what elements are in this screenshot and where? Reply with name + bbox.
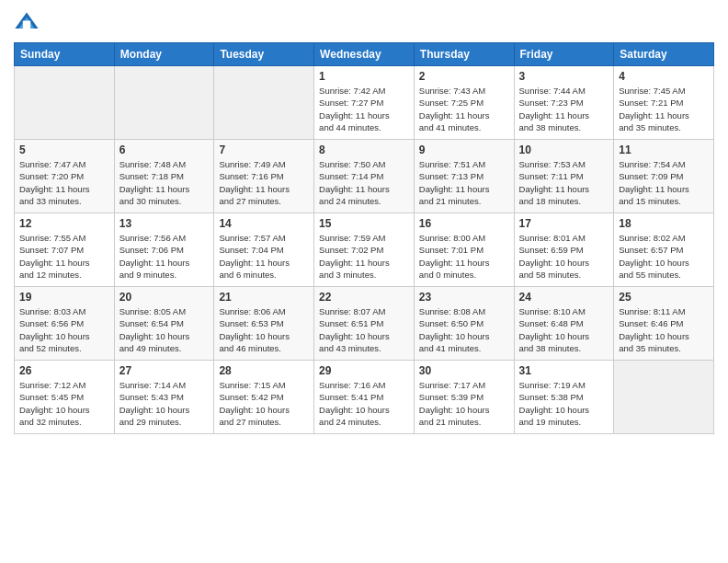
day-info: Sunrise: 7:14 AM Sunset: 5:43 PM Dayligh… (119, 379, 210, 428)
day-number: 4 (619, 70, 709, 83)
day-cell: 17Sunrise: 8:01 AM Sunset: 6:59 PM Dayli… (514, 213, 614, 287)
week-row-2: 5Sunrise: 7:47 AM Sunset: 7:20 PM Daylig… (15, 140, 714, 213)
day-info: Sunrise: 7:16 AM Sunset: 5:41 PM Dayligh… (319, 379, 409, 428)
day-info: Sunrise: 7:56 AM Sunset: 7:06 PM Dayligh… (119, 232, 210, 281)
week-row-5: 26Sunrise: 7:12 AM Sunset: 5:45 PM Dayli… (15, 361, 714, 434)
day-cell: 10Sunrise: 7:53 AM Sunset: 7:11 PM Dayli… (514, 140, 614, 213)
day-number: 12 (19, 217, 109, 230)
day-cell: 3Sunrise: 7:44 AM Sunset: 7:23 PM Daylig… (514, 66, 614, 140)
day-cell: 2Sunrise: 7:43 AM Sunset: 7:25 PM Daylig… (414, 66, 514, 140)
day-number: 11 (619, 144, 709, 156)
header-monday: Monday (114, 43, 214, 66)
header-sunday: Sunday (15, 43, 115, 66)
day-info: Sunrise: 8:06 AM Sunset: 6:53 PM Dayligh… (219, 305, 309, 354)
day-info: Sunrise: 7:43 AM Sunset: 7:25 PM Dayligh… (419, 85, 509, 133)
day-cell: 22Sunrise: 8:07 AM Sunset: 6:51 PM Dayli… (314, 287, 415, 361)
day-info: Sunrise: 8:02 AM Sunset: 6:57 PM Dayligh… (619, 232, 709, 281)
day-number: 8 (319, 144, 409, 156)
day-info: Sunrise: 7:51 AM Sunset: 7:13 PM Dayligh… (419, 158, 509, 207)
day-cell: 18Sunrise: 8:02 AM Sunset: 6:57 PM Dayli… (614, 213, 714, 287)
day-info: Sunrise: 7:53 AM Sunset: 7:11 PM Dayligh… (519, 158, 609, 207)
day-number: 25 (619, 291, 709, 304)
day-number: 6 (119, 144, 210, 156)
day-cell: 20Sunrise: 8:05 AM Sunset: 6:54 PM Dayli… (114, 287, 214, 361)
day-number: 28 (219, 364, 309, 377)
day-cell: 14Sunrise: 7:57 AM Sunset: 7:04 PM Dayli… (214, 213, 314, 287)
day-info: Sunrise: 7:54 AM Sunset: 7:09 PM Dayligh… (619, 158, 709, 207)
day-cell: 24Sunrise: 8:10 AM Sunset: 6:48 PM Dayli… (514, 287, 614, 361)
day-cell: 12Sunrise: 7:55 AM Sunset: 7:07 PM Dayli… (15, 213, 115, 287)
day-number: 31 (519, 364, 609, 377)
day-cell: 15Sunrise: 7:59 AM Sunset: 7:02 PM Dayli… (314, 213, 415, 287)
day-cell (614, 361, 714, 434)
day-number: 15 (319, 217, 409, 230)
day-cell: 29Sunrise: 7:16 AM Sunset: 5:41 PM Dayli… (314, 361, 415, 434)
day-info: Sunrise: 7:17 AM Sunset: 5:39 PM Dayligh… (419, 379, 509, 428)
day-number: 16 (419, 217, 509, 230)
day-info: Sunrise: 7:48 AM Sunset: 7:18 PM Dayligh… (119, 158, 210, 207)
day-number: 9 (419, 144, 509, 156)
day-cell: 5Sunrise: 7:47 AM Sunset: 7:20 PM Daylig… (15, 140, 115, 213)
header-tuesday: Tuesday (214, 43, 314, 66)
day-info: Sunrise: 8:08 AM Sunset: 6:50 PM Dayligh… (419, 305, 509, 354)
day-cell: 21Sunrise: 8:06 AM Sunset: 6:53 PM Dayli… (214, 287, 314, 361)
day-number: 21 (219, 291, 309, 304)
day-number: 5 (19, 144, 109, 156)
day-number: 27 (119, 364, 210, 377)
logo-icon (14, 9, 40, 35)
day-info: Sunrise: 7:12 AM Sunset: 5:45 PM Dayligh… (19, 379, 109, 428)
header (14, 9, 714, 35)
day-number: 18 (619, 217, 709, 230)
day-cell: 19Sunrise: 8:03 AM Sunset: 6:56 PM Dayli… (15, 287, 115, 361)
week-row-4: 19Sunrise: 8:03 AM Sunset: 6:56 PM Dayli… (15, 287, 714, 361)
day-cell: 11Sunrise: 7:54 AM Sunset: 7:09 PM Dayli… (614, 140, 714, 213)
day-number: 1 (319, 70, 409, 83)
day-cell: 6Sunrise: 7:48 AM Sunset: 7:18 PM Daylig… (114, 140, 214, 213)
weekday-header-row: Sunday Monday Tuesday Wednesday Thursday… (15, 43, 714, 66)
day-info: Sunrise: 7:15 AM Sunset: 5:42 PM Dayligh… (219, 379, 309, 428)
day-number: 22 (319, 291, 409, 304)
day-info: Sunrise: 8:00 AM Sunset: 7:01 PM Dayligh… (419, 232, 509, 281)
day-info: Sunrise: 8:10 AM Sunset: 6:48 PM Dayligh… (519, 305, 609, 354)
day-cell: 7Sunrise: 7:49 AM Sunset: 7:16 PM Daylig… (214, 140, 314, 213)
day-info: Sunrise: 7:42 AM Sunset: 7:27 PM Dayligh… (319, 85, 409, 133)
day-info: Sunrise: 8:03 AM Sunset: 6:56 PM Dayligh… (19, 305, 109, 354)
day-number: 20 (119, 291, 210, 304)
day-cell: 8Sunrise: 7:50 AM Sunset: 7:14 PM Daylig… (314, 140, 415, 213)
day-info: Sunrise: 8:11 AM Sunset: 6:46 PM Dayligh… (619, 305, 709, 354)
day-cell: 16Sunrise: 8:00 AM Sunset: 7:01 PM Dayli… (414, 213, 514, 287)
day-number: 24 (519, 291, 609, 304)
day-number: 17 (519, 217, 609, 230)
day-number: 26 (19, 364, 109, 377)
day-number: 7 (219, 144, 309, 156)
day-info: Sunrise: 7:19 AM Sunset: 5:38 PM Dayligh… (519, 379, 609, 428)
day-info: Sunrise: 8:01 AM Sunset: 6:59 PM Dayligh… (519, 232, 609, 281)
day-number: 23 (419, 291, 509, 304)
day-cell: 1Sunrise: 7:42 AM Sunset: 7:27 PM Daylig… (314, 66, 415, 140)
day-cell: 28Sunrise: 7:15 AM Sunset: 5:42 PM Dayli… (214, 361, 314, 434)
day-info: Sunrise: 8:05 AM Sunset: 6:54 PM Dayligh… (119, 305, 210, 354)
day-cell: 9Sunrise: 7:51 AM Sunset: 7:13 PM Daylig… (414, 140, 514, 213)
day-info: Sunrise: 7:57 AM Sunset: 7:04 PM Dayligh… (219, 232, 309, 281)
day-cell: 13Sunrise: 7:56 AM Sunset: 7:06 PM Dayli… (114, 213, 214, 287)
day-cell: 31Sunrise: 7:19 AM Sunset: 5:38 PM Dayli… (514, 361, 614, 434)
day-info: Sunrise: 7:47 AM Sunset: 7:20 PM Dayligh… (19, 158, 109, 207)
week-row-1: 1Sunrise: 7:42 AM Sunset: 7:27 PM Daylig… (15, 66, 714, 140)
day-info: Sunrise: 7:59 AM Sunset: 7:02 PM Dayligh… (319, 232, 409, 281)
day-info: Sunrise: 7:44 AM Sunset: 7:23 PM Dayligh… (519, 85, 609, 133)
day-number: 2 (419, 70, 509, 83)
day-cell (15, 66, 115, 140)
page-container: Sunday Monday Tuesday Wednesday Thursday… (0, 0, 728, 563)
header-saturday: Saturday (614, 43, 714, 66)
day-number: 10 (519, 144, 609, 156)
header-friday: Friday (514, 43, 614, 66)
calendar-header: Sunday Monday Tuesday Wednesday Thursday… (15, 43, 714, 66)
day-info: Sunrise: 7:55 AM Sunset: 7:07 PM Dayligh… (19, 232, 109, 281)
header-thursday: Thursday (414, 43, 514, 66)
week-row-3: 12Sunrise: 7:55 AM Sunset: 7:07 PM Dayli… (15, 213, 714, 287)
day-info: Sunrise: 7:49 AM Sunset: 7:16 PM Dayligh… (219, 158, 309, 207)
day-info: Sunrise: 7:45 AM Sunset: 7:21 PM Dayligh… (619, 85, 709, 133)
day-number: 3 (519, 70, 609, 83)
day-info: Sunrise: 8:07 AM Sunset: 6:51 PM Dayligh… (319, 305, 409, 354)
calendar-table: Sunday Monday Tuesday Wednesday Thursday… (14, 42, 714, 434)
